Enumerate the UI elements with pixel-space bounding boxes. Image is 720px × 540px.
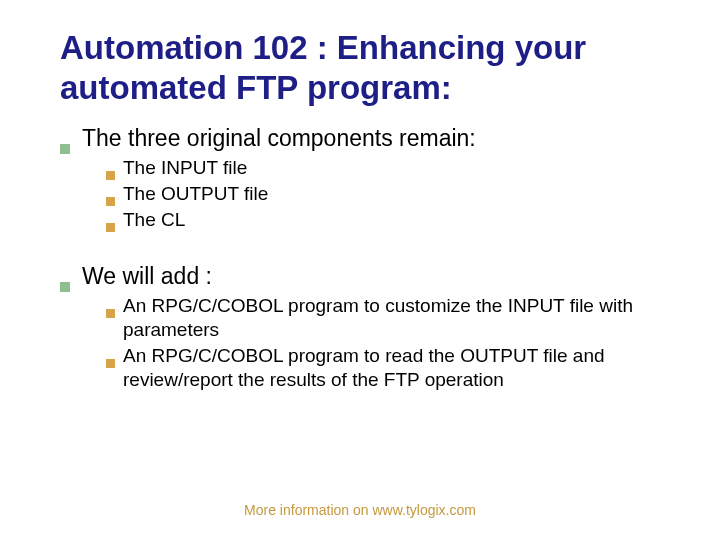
sub-bullet: The OUTPUT file — [106, 182, 660, 206]
sub-bullet: The CL — [106, 208, 660, 232]
bullet-level1: We will add : An RPG/C/COBOL program to … — [60, 263, 660, 391]
title-line-1: Automation 102 : Enhancing your — [60, 29, 586, 66]
sub-bullet-group: An RPG/C/COBOL program to customize the … — [106, 294, 660, 391]
square-bullet-icon — [60, 282, 70, 292]
sub-bullet: An RPG/C/COBOL program to customize the … — [106, 294, 660, 342]
sub-bullet-text: An RPG/C/COBOL program to read the OUTPU… — [123, 344, 660, 392]
sub-bullet-text: The CL — [123, 208, 185, 232]
square-bullet-icon — [60, 144, 70, 154]
footer-text: More information on www.tylogix.com — [0, 502, 720, 518]
square-bullet-icon — [106, 309, 115, 318]
title-line-2: automated FTP program: — [60, 69, 452, 106]
sub-bullet: An RPG/C/COBOL program to read the OUTPU… — [106, 344, 660, 392]
bullet-level1: The three original components remain: Th… — [60, 125, 660, 231]
bullet-text: We will add : — [82, 263, 212, 290]
slide: Automation 102 : Enhancing your automate… — [0, 0, 720, 540]
square-bullet-icon — [106, 359, 115, 368]
bullet-text: The three original components remain: — [82, 125, 476, 152]
square-bullet-icon — [106, 171, 115, 180]
sub-bullet-text: An RPG/C/COBOL program to customize the … — [123, 294, 660, 342]
bullet-row: We will add : — [60, 263, 660, 290]
sub-bullet-group: The INPUT file The OUTPUT file The CL — [106, 156, 660, 231]
square-bullet-icon — [106, 197, 115, 206]
spacer — [60, 245, 660, 255]
sub-bullet-text: The INPUT file — [123, 156, 247, 180]
sub-bullet-text: The OUTPUT file — [123, 182, 268, 206]
square-bullet-icon — [106, 223, 115, 232]
sub-bullet: The INPUT file — [106, 156, 660, 180]
slide-title: Automation 102 : Enhancing your automate… — [60, 28, 660, 107]
bullet-row: The three original components remain: — [60, 125, 660, 152]
